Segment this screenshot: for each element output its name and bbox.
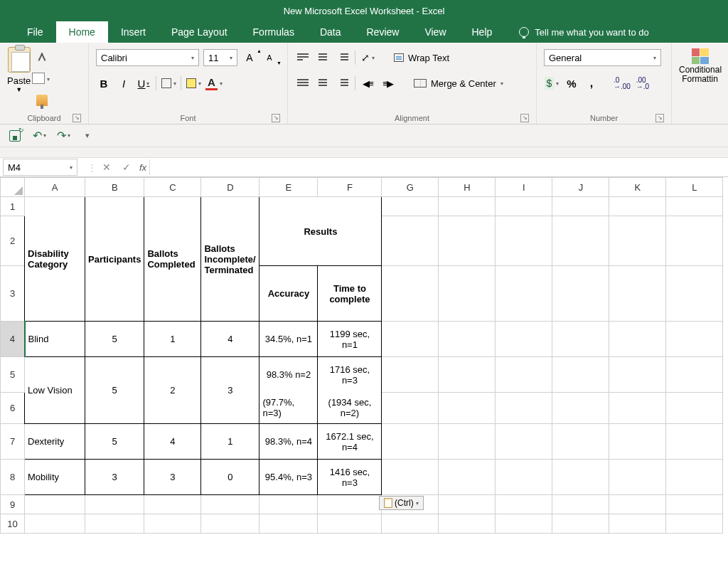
cell-I3[interactable] bbox=[496, 266, 552, 322]
dialog-launcher-icon[interactable]: ↘ bbox=[520, 114, 529, 122]
dialog-launcher-icon[interactable]: ↘ bbox=[73, 114, 81, 122]
cell-K8[interactable] bbox=[609, 460, 666, 495]
cell-I9[interactable] bbox=[496, 495, 552, 514]
tab-view[interactable]: View bbox=[412, 21, 459, 43]
tab-data[interactable]: Data bbox=[307, 21, 354, 43]
accounting-format-button[interactable]: $▾ bbox=[544, 75, 560, 91]
tab-formulas[interactable]: Formulas bbox=[240, 21, 307, 43]
cell-A8[interactable]: Mobility bbox=[25, 460, 85, 495]
conditional-formatting-button[interactable]: ConditionalFormattin bbox=[679, 48, 721, 84]
row-header-3[interactable]: 3 bbox=[1, 266, 25, 322]
cell-J4[interactable] bbox=[552, 322, 609, 357]
format-painter-button[interactable] bbox=[33, 92, 50, 108]
cell-L10[interactable] bbox=[666, 514, 723, 534]
cell-F3[interactable]: Time to complete bbox=[318, 266, 382, 322]
bold-button[interactable]: B bbox=[96, 75, 112, 91]
save-button[interactable] bbox=[7, 128, 23, 144]
cell-I10[interactable] bbox=[496, 514, 552, 534]
cell-K9[interactable] bbox=[609, 495, 666, 514]
cell-G10[interactable] bbox=[382, 514, 439, 534]
cell-L5[interactable] bbox=[666, 357, 723, 393]
tab-review[interactable]: Review bbox=[354, 21, 412, 43]
cell-H5[interactable] bbox=[439, 357, 496, 393]
cell-C9[interactable] bbox=[144, 495, 201, 514]
comma-style-button[interactable]: , bbox=[584, 75, 599, 91]
fx-icon[interactable]: fx bbox=[139, 162, 146, 173]
copy-button[interactable]: ▾ bbox=[33, 71, 50, 87]
italic-button[interactable]: I bbox=[116, 75, 132, 91]
cell-G1[interactable] bbox=[382, 197, 439, 216]
dialog-launcher-icon[interactable]: ↘ bbox=[272, 114, 280, 122]
align-bottom-button[interactable] bbox=[335, 50, 350, 65]
cell-G4[interactable] bbox=[382, 322, 439, 357]
cell-F10[interactable] bbox=[318, 514, 382, 534]
name-box[interactable]: M4▾ bbox=[3, 159, 77, 176]
cell-J9[interactable] bbox=[552, 495, 609, 514]
row-header-5[interactable]: 5 bbox=[1, 357, 25, 393]
row-header-9[interactable]: 9 bbox=[1, 495, 25, 514]
percent-button[interactable]: % bbox=[564, 75, 579, 91]
cell-J10[interactable] bbox=[552, 514, 609, 534]
tab-insert[interactable]: Insert bbox=[108, 21, 159, 43]
align-center-button[interactable] bbox=[315, 75, 331, 91]
cell-K5[interactable] bbox=[609, 357, 666, 393]
decrease-indent-button[interactable]: ◀≡ bbox=[360, 75, 375, 91]
row-header-10[interactable]: 10 bbox=[1, 514, 25, 534]
tab-help[interactable]: Help bbox=[459, 21, 505, 43]
dialog-launcher-icon[interactable]: ↘ bbox=[655, 114, 664, 122]
cell-C1[interactable]: Ballots Completed bbox=[144, 197, 201, 322]
cell-I4[interactable] bbox=[496, 322, 552, 357]
cell-I7[interactable] bbox=[496, 424, 552, 460]
col-header-F[interactable]: F bbox=[318, 178, 382, 197]
cell-H6[interactable] bbox=[439, 393, 496, 424]
cell-F6[interactable]: (1934 sec, n=2) bbox=[318, 393, 382, 424]
cell-L3[interactable] bbox=[666, 266, 723, 322]
align-left-button[interactable] bbox=[295, 75, 311, 91]
cell-F8[interactable]: 1416 sec, n=3 bbox=[318, 460, 382, 495]
cell-C7[interactable]: 4 bbox=[144, 424, 201, 460]
customize-qat-button[interactable]: ▾ bbox=[80, 128, 95, 144]
cell-H1[interactable] bbox=[439, 197, 496, 216]
col-header-H[interactable]: H bbox=[439, 178, 496, 197]
increase-decimal-button[interactable]: .0→.00 bbox=[614, 75, 631, 91]
cell-J2[interactable] bbox=[552, 216, 609, 266]
wrap-text-button[interactable]: Wrap Text bbox=[394, 50, 449, 65]
cell-D8[interactable]: 0 bbox=[201, 460, 259, 495]
fill-color-button[interactable]: ▾ bbox=[186, 75, 201, 91]
cell-J5[interactable] bbox=[552, 357, 609, 393]
cell-K7[interactable] bbox=[609, 424, 666, 460]
formula-input[interactable] bbox=[150, 159, 728, 176]
redo-button[interactable]: ↷▾ bbox=[55, 128, 71, 144]
cell-G6[interactable] bbox=[382, 393, 439, 424]
paste-options-button[interactable]: (Ctrl) ▾ bbox=[379, 496, 424, 510]
align-top-button[interactable] bbox=[295, 50, 311, 65]
enter-formula-button[interactable]: ✓ bbox=[117, 161, 136, 173]
cell-I2[interactable] bbox=[496, 216, 552, 266]
increase-font-button[interactable]: A bbox=[242, 50, 257, 65]
cell-G7[interactable] bbox=[382, 424, 439, 460]
align-middle-button[interactable] bbox=[315, 50, 331, 65]
cell-D10[interactable] bbox=[201, 514, 259, 534]
border-button[interactable]: ▾ bbox=[161, 75, 176, 91]
cell-E9[interactable] bbox=[259, 495, 318, 514]
font-color-button[interactable]: A▾ bbox=[205, 75, 223, 91]
worksheet-grid[interactable]: A B C D E F G H I J K L 1 Disability Cat… bbox=[0, 177, 728, 534]
cell-A10[interactable] bbox=[25, 514, 85, 534]
cell-K10[interactable] bbox=[609, 514, 666, 534]
cell-L2[interactable] bbox=[666, 216, 723, 266]
cell-H9[interactable] bbox=[439, 495, 496, 514]
cell-H3[interactable] bbox=[439, 266, 496, 322]
col-header-I[interactable]: I bbox=[496, 178, 552, 197]
cell-D1[interactable]: Ballots Incomplete/ Terminated bbox=[201, 197, 259, 322]
cell-D5[interactable]: 3 bbox=[201, 357, 259, 424]
cell-E5[interactable]: 98.3% n=2 bbox=[259, 357, 318, 393]
cell-B5[interactable]: 5 bbox=[85, 357, 144, 424]
tell-me[interactable]: Tell me what you want to do bbox=[519, 27, 648, 38]
row-header-4[interactable]: 4 bbox=[1, 322, 25, 357]
cell-I6[interactable] bbox=[496, 393, 552, 424]
col-header-D[interactable]: D bbox=[201, 178, 259, 197]
cell-D7[interactable]: 1 bbox=[201, 424, 259, 460]
select-all-corner[interactable] bbox=[1, 178, 25, 197]
cell-K3[interactable] bbox=[609, 266, 666, 322]
cell-K6[interactable] bbox=[609, 393, 666, 424]
